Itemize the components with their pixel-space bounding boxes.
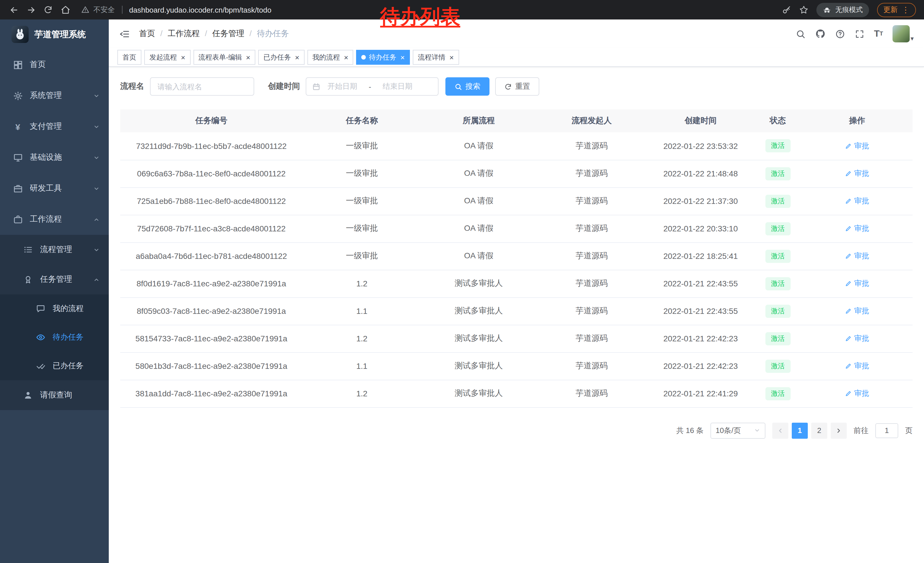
browser-back-button[interactable] xyxy=(6,2,22,18)
user-avatar-group[interactable]: ▾ xyxy=(893,25,914,42)
approve-link[interactable]: 审批 xyxy=(845,361,869,371)
hamburger-icon xyxy=(119,29,130,39)
breadcrumb-task-mgmt[interactable]: 任务管理 xyxy=(200,29,244,39)
sidebar-item-leave-query[interactable]: 请假查询 xyxy=(0,380,109,410)
fullscreen-icon[interactable] xyxy=(855,29,864,39)
yen-icon: ¥ xyxy=(13,122,23,132)
tab-process-form-edit[interactable]: 流程表单-编辑× xyxy=(193,50,255,65)
status-badge: 激活 xyxy=(765,387,790,400)
col-task-id: 任务编号 xyxy=(120,110,303,132)
update-button[interactable]: 更新 ⋮ xyxy=(877,3,916,17)
edit-pencil-icon xyxy=(845,280,852,287)
key-icon[interactable] xyxy=(782,5,791,14)
browser-home-button[interactable] xyxy=(57,2,73,18)
breadcrumb-home[interactable]: 首页 xyxy=(139,29,155,39)
tab-close-icon[interactable]: × xyxy=(246,54,250,61)
reset-button-label: 重置 xyxy=(515,81,530,92)
tab-done-tasks[interactable]: 已办任务× xyxy=(258,50,304,65)
created-time-cell: 2022-01-22 18:25:41 xyxy=(647,242,754,270)
page-size-select[interactable]: 10条/页 xyxy=(711,422,765,438)
action-cell: 审批 xyxy=(801,242,912,270)
tab-start-process[interactable]: 发起流程× xyxy=(144,50,190,65)
tab-close-icon[interactable]: × xyxy=(181,54,185,61)
status-badge: 激活 xyxy=(765,359,790,372)
approve-link[interactable]: 审批 xyxy=(845,278,869,289)
reset-button[interactable]: 重置 xyxy=(495,77,539,96)
security-label: 不安全 xyxy=(93,5,115,15)
screen: 不安全 dashboard.yudao.iocoder.cn/bpm/task/… xyxy=(0,0,924,563)
browser-refresh-button[interactable] xyxy=(40,2,56,18)
browser-actions: 无痕模式 更新 ⋮ xyxy=(782,3,918,17)
page-button-1[interactable]: 1 xyxy=(792,422,808,438)
action-cell: 审批 xyxy=(801,297,912,325)
approve-link[interactable]: 审批 xyxy=(845,251,869,261)
approve-link[interactable]: 审批 xyxy=(845,196,869,206)
sidebar-item-devtools[interactable]: 研发工具 xyxy=(0,173,109,204)
approve-link[interactable]: 审批 xyxy=(845,388,869,399)
approve-link[interactable]: 审批 xyxy=(845,224,869,234)
approve-link-label: 审批 xyxy=(854,224,869,234)
sidebar-item-process-mgmt[interactable]: 流程管理 xyxy=(0,235,109,264)
initiator-cell: 芋道源码 xyxy=(536,380,647,407)
page-unit-label: 页 xyxy=(905,425,912,435)
update-label: 更新 xyxy=(884,5,898,15)
approve-link[interactable]: 审批 xyxy=(845,141,869,151)
incognito-label: 无痕模式 xyxy=(835,5,863,15)
annotation-overlay: 待办列表 xyxy=(380,3,460,30)
sidebar-item-done-task[interactable]: 已办任务 xyxy=(0,352,109,380)
sidebar-item-infra[interactable]: 基础设施 xyxy=(0,142,109,173)
tab-close-icon[interactable]: × xyxy=(295,54,299,61)
task-name-cell: 1.1 xyxy=(303,352,422,380)
sidebar-item-todo-task[interactable]: 待办任务 xyxy=(0,323,109,352)
help-icon[interactable] xyxy=(835,29,845,39)
task-name-cell: 一级审批 xyxy=(303,160,422,187)
next-page-button[interactable] xyxy=(831,422,847,438)
tab-close-icon[interactable]: × xyxy=(400,54,405,61)
font-size-icon[interactable]: TT xyxy=(874,29,883,38)
page-content: 流程名 创建时间 开始日期 - 结束日期 搜索 重 xyxy=(109,67,924,438)
search-button[interactable]: 搜索 xyxy=(446,77,489,96)
date-range-picker[interactable]: 开始日期 - 结束日期 xyxy=(306,77,438,96)
browser-forward-button[interactable] xyxy=(23,2,39,18)
tab-my-process[interactable]: 我的流程× xyxy=(308,50,354,65)
table-header-row: 任务编号 任务名称 所属流程 流程发起人 创建时间 状态 操作 xyxy=(120,110,912,132)
initiator-cell: 芋道源码 xyxy=(536,352,647,380)
sidebar-item-home[interactable]: 首页 xyxy=(0,49,109,80)
process-name-input[interactable] xyxy=(150,77,254,96)
sidebar-fold-button[interactable] xyxy=(119,29,130,39)
breadcrumb-workflow[interactable]: 工作流程 xyxy=(155,29,200,39)
goto-page-input[interactable] xyxy=(875,423,898,438)
sidebar-item-payment[interactable]: ¥ 支付管理 xyxy=(0,111,109,142)
search-icon[interactable] xyxy=(795,29,805,39)
sidebar-item-label: 基础设施 xyxy=(30,152,62,163)
prev-page-button[interactable] xyxy=(772,422,788,438)
approve-link[interactable]: 审批 xyxy=(845,306,869,316)
approve-link-label: 审批 xyxy=(854,361,869,371)
menu-dots-icon[interactable]: ⋮ xyxy=(902,5,910,14)
sidebar-item-task-mgmt[interactable]: 任务管理 xyxy=(0,264,109,294)
tab-close-icon[interactable]: × xyxy=(449,54,454,61)
tab-close-icon[interactable]: × xyxy=(344,54,348,61)
refresh-icon xyxy=(504,83,512,90)
page-button-2[interactable]: 2 xyxy=(811,422,827,438)
edit-pencil-icon xyxy=(845,252,852,260)
col-actions: 操作 xyxy=(801,110,912,132)
tab-home[interactable]: 首页 xyxy=(117,50,141,65)
github-icon[interactable] xyxy=(815,29,825,39)
bookmark-star-icon[interactable] xyxy=(799,5,808,14)
search-icon xyxy=(454,83,462,90)
sidebar-item-system[interactable]: 系统管理 xyxy=(0,80,109,111)
task-name-cell: 一级审批 xyxy=(303,132,422,160)
approve-link[interactable]: 审批 xyxy=(845,333,869,344)
table-row: 580e1b3d-7ac8-11ec-a9e2-a2380e71991a1.1测… xyxy=(120,352,912,380)
col-initiator: 流程发起人 xyxy=(536,110,647,132)
avatar[interactable] xyxy=(893,25,910,42)
sidebar-item-my-process[interactable]: 我的流程 xyxy=(0,294,109,323)
tab-process-detail[interactable]: 流程详情× xyxy=(413,50,459,65)
approve-link[interactable]: 审批 xyxy=(845,168,869,179)
sidebar-item-workflow[interactable]: 工作流程 xyxy=(0,204,109,235)
tab-label: 已办任务 xyxy=(263,53,291,62)
tab-todo-tasks[interactable]: 待办任务× xyxy=(356,50,410,65)
app-logo-row[interactable]: 芋道管理系统 xyxy=(0,20,109,49)
action-cell: 审批 xyxy=(801,215,912,242)
